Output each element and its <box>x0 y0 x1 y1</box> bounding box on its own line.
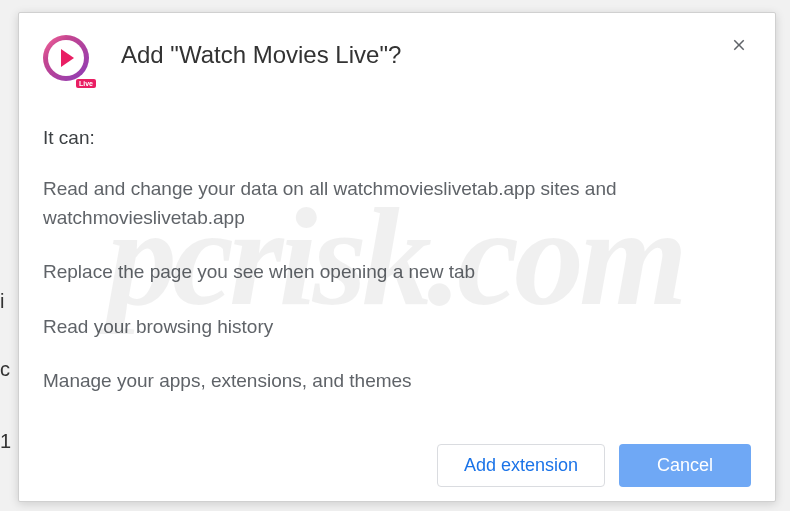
extension-icon: Live <box>43 35 93 85</box>
dialog-footer: Add extension Cancel <box>437 444 751 487</box>
permission-item: Read your browsing history <box>43 313 751 342</box>
permission-item: Read and change your data on all watchmo… <box>43 175 751 232</box>
background-text: 1 <box>0 430 11 453</box>
permissions-intro: It can: <box>43 127 751 149</box>
background-text: i <box>0 290 4 313</box>
dialog-header: Live Add "Watch Movies Live"? <box>19 13 775 85</box>
play-icon <box>61 49 74 67</box>
permission-item: Manage your apps, extensions, and themes <box>43 367 751 396</box>
add-extension-button[interactable]: Add extension <box>437 444 605 487</box>
cancel-button[interactable]: Cancel <box>619 444 751 487</box>
live-badge: Live <box>76 79 96 88</box>
extension-install-dialog: Live Add "Watch Movies Live"? It can: Re… <box>18 12 776 502</box>
background-text: c <box>0 358 10 381</box>
close-button[interactable] <box>725 31 753 59</box>
close-icon <box>730 36 748 54</box>
dialog-title: Add "Watch Movies Live"? <box>121 41 401 69</box>
dialog-body: It can: Read and change your data on all… <box>19 85 775 396</box>
permission-item: Replace the page you see when opening a … <box>43 258 751 287</box>
